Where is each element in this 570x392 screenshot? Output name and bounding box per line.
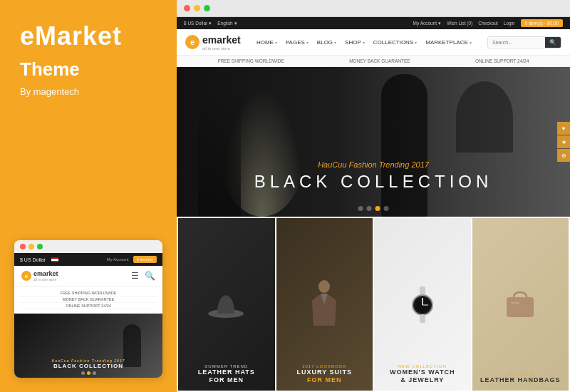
language-selector[interactable]: English ▾ bbox=[217, 21, 237, 26]
person-silhouette bbox=[381, 74, 428, 217]
browser-close-dot[interactable] bbox=[184, 5, 190, 11]
checkout-link[interactable]: Checkout bbox=[478, 21, 497, 26]
mobile-logo-text-wrap: emarket all in one store bbox=[33, 270, 58, 282]
hero-dot-1[interactable] bbox=[358, 206, 363, 211]
browser-maximize-dot[interactable] bbox=[204, 5, 210, 11]
by-author: By magentech bbox=[20, 86, 157, 97]
menu-marketplace[interactable]: MARKETPLACE ▾ bbox=[425, 39, 472, 46]
menu-shop[interactable]: SHOP ▾ bbox=[345, 39, 365, 46]
mobile-taglines: FREE SHIPPING WORLDWIDE MONEY BACK GUARA… bbox=[14, 287, 162, 314]
mobile-logo-icon: e bbox=[21, 271, 31, 281]
tagline-3: ONLINE SUPPORT 24/24 bbox=[475, 58, 529, 63]
browser-minimize-dot[interactable] bbox=[194, 5, 200, 11]
mobile-header: e emarket all in one store ☰ 🔍 bbox=[14, 266, 162, 287]
product-tile-watch[interactable]: New Collection WOMEN'S WATCH& JEWELRY bbox=[374, 218, 471, 391]
menu-pages[interactable]: PAGES ▾ bbox=[286, 39, 309, 46]
pages-chevron: ▾ bbox=[306, 40, 309, 45]
side-btn-3[interactable]: ⊕ bbox=[557, 149, 570, 162]
mobile-preview-card: $ US Dollar My Account 0 item(s) e emark… bbox=[14, 240, 162, 378]
browser-chrome bbox=[177, 0, 570, 17]
product-grid: Summer Trend LEATHER HATSFOR MEN 2017 Lo… bbox=[177, 217, 570, 392]
tile-suits-title: LUXURY SUITSFOR MEN bbox=[276, 368, 373, 385]
tile-hats-title: LEATHER HATSFOR MEN bbox=[178, 368, 275, 385]
lamp-silhouette bbox=[198, 88, 241, 217]
collections-chevron: ▾ bbox=[415, 40, 417, 45]
hero-dot-2[interactable] bbox=[367, 206, 372, 211]
login-link[interactable]: Login bbox=[504, 21, 515, 26]
product-tile-hats[interactable]: Summer Trend LEATHER HATSFOR MEN bbox=[178, 218, 275, 391]
svg-rect-8 bbox=[507, 297, 534, 317]
mobile-cart[interactable]: 0 item(s) bbox=[133, 256, 157, 263]
product-tile-suits[interactable]: 2017 Lookbook LUXURY SUITSFOR MEN bbox=[276, 218, 373, 391]
topbar-left: $ US Dollar ▾ English ▾ bbox=[184, 21, 237, 26]
logo-text-wrap: emarket all in one store bbox=[202, 33, 241, 51]
handbag-svg bbox=[501, 287, 540, 322]
menu-blog[interactable]: BLOG ▾ bbox=[317, 39, 336, 46]
hero-dot-4[interactable] bbox=[384, 206, 389, 211]
mobile-logo-sub: all in one store bbox=[33, 277, 58, 282]
mobile-nav-icons[interactable]: ☰ 🔍 bbox=[131, 271, 155, 281]
mobile-hero-figure bbox=[123, 324, 141, 367]
account-link[interactable]: My Account ▾ bbox=[413, 21, 442, 26]
tile-watch-label: New Collection WOMEN'S WATCH& JEWELRY bbox=[374, 364, 471, 385]
logo-text: emarket bbox=[202, 34, 241, 46]
side-btn-2[interactable]: ★ bbox=[557, 135, 570, 148]
hero-text-overlay: HauCuu Fashion Trending 2017 BLACK COLLE… bbox=[254, 160, 493, 192]
wishlist-link[interactable]: Wish List (0) bbox=[447, 21, 472, 26]
mobile-window-controls bbox=[14, 240, 162, 253]
tile-handbags-title: LEATHER HANDBAGS bbox=[472, 376, 569, 385]
left-panel: eMarket Theme By magentech $ US Dollar M… bbox=[0, 0, 177, 392]
lang-chevron: ▾ bbox=[234, 21, 237, 26]
tile-handbags-label: Hot Sale LEATHER HANDBAGS bbox=[472, 372, 569, 385]
cart-button[interactable]: 0 item(s) - $0.00 bbox=[521, 19, 563, 27]
mobile-tagline-1: FREE SHIPPING WORLDWIDE bbox=[20, 290, 157, 296]
close-dot bbox=[20, 244, 26, 249]
tile-handbags-bg bbox=[472, 218, 569, 391]
flag-icon bbox=[51, 257, 58, 262]
site-tagline-bar: FREE SHIPPING WORLDWIDE MONEY BACK GUARA… bbox=[177, 56, 570, 67]
menu-home[interactable]: HOME ▾ bbox=[256, 39, 277, 46]
brand-name: eMarket bbox=[20, 21, 157, 51]
hero-dot-1 bbox=[81, 371, 85, 375]
currency-selector[interactable]: $ US Dollar ▾ bbox=[184, 21, 212, 26]
mobile-tagline-3: ONLINE SUPPORT 24/24 bbox=[20, 303, 157, 309]
marketplace-chevron: ▾ bbox=[470, 40, 472, 45]
emarket-site: $ US Dollar ▾ English ▾ My Account ▾ Wis… bbox=[177, 17, 570, 392]
minimize-dot bbox=[28, 244, 34, 249]
mobile-hero: HauCuu Fashion Trending 2017 BLACK COLLE… bbox=[14, 314, 162, 378]
home-chevron: ▾ bbox=[275, 40, 277, 45]
mobile-tagline-2: MONEY BACK GUARANTEE bbox=[20, 296, 157, 303]
hero-dot-3[interactable] bbox=[375, 206, 380, 211]
currency-chevron: ▾ bbox=[209, 21, 212, 26]
tagline-1: FREE SHIPPING WORLDWIDE bbox=[218, 58, 284, 63]
menu-collections[interactable]: COLLECTIONS ▾ bbox=[373, 39, 417, 46]
tagline-2: MONEY BACK GUARANTEE bbox=[349, 58, 410, 63]
search-icon[interactable]: 🔍 bbox=[145, 271, 155, 281]
hero-dot-2 bbox=[87, 371, 90, 375]
mobile-hero-text: HauCuu Fashion Trending 2017 BLACK COLLE… bbox=[52, 359, 125, 369]
svg-rect-2 bbox=[420, 287, 425, 295]
mobile-topbar-right: My Account 0 item(s) bbox=[107, 256, 157, 263]
product-tile-handbags[interactable]: Hot Sale LEATHER HANDBAGS bbox=[472, 218, 569, 391]
mobile-hero-main: BLACK COLLECTION bbox=[52, 363, 125, 369]
suit-svg bbox=[305, 279, 344, 329]
site-search[interactable]: 🔍 bbox=[487, 36, 561, 48]
logo-icon: e bbox=[185, 35, 200, 49]
hero-side-buttons[interactable]: ♥ ★ ⊕ bbox=[557, 122, 570, 162]
search-input[interactable] bbox=[488, 38, 545, 47]
logo-sub: all in one store bbox=[202, 46, 241, 51]
site-menu: HOME ▾ PAGES ▾ BLOG ▾ SHOP ▾ COLLECTIONS bbox=[256, 39, 472, 46]
side-btn-1[interactable]: ♥ bbox=[557, 122, 570, 135]
topbar-right: My Account ▾ Wish List (0) Checkout Logi… bbox=[413, 19, 563, 27]
shop-chevron: ▾ bbox=[363, 40, 365, 45]
search-button[interactable]: 🔍 bbox=[545, 37, 561, 48]
watch-svg bbox=[408, 285, 437, 324]
hamburger-icon[interactable]: ☰ bbox=[131, 271, 139, 281]
theme-label: Theme bbox=[20, 58, 157, 81]
mobile-account: My Account bbox=[107, 257, 129, 262]
umbrella-silhouette bbox=[456, 81, 513, 153]
maximize-dot bbox=[37, 244, 43, 249]
hat-svg bbox=[207, 287, 246, 322]
hero-script-text: HauCuu Fashion Trending 2017 bbox=[254, 160, 493, 169]
site-nav: e emarket all in one store HOME ▾ PAGES … bbox=[177, 29, 570, 56]
